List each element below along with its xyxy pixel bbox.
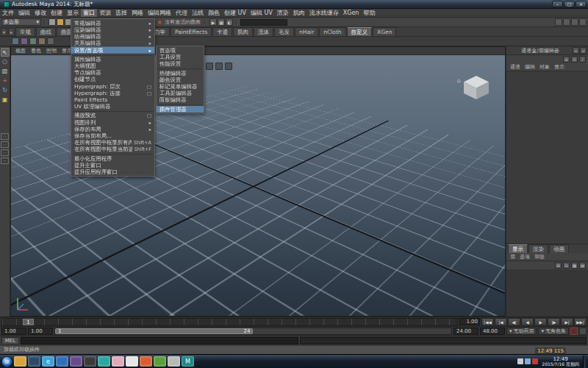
layer-editor-menu-item[interactable]: 帮助 [533, 253, 546, 261]
sidebar-toggle-icon[interactable] [563, 18, 570, 26]
menu-item[interactable]: Paint Effects [71, 96, 154, 103]
tray-icon[interactable] [525, 358, 531, 364]
menubar-item[interactable]: 显示 [65, 9, 81, 17]
command-language-toggle[interactable]: MEL [1, 337, 19, 344]
menu-set-dropdown[interactable]: 多边形 ▾ [1, 18, 41, 26]
channel-box-menu-item[interactable]: 对象 [538, 63, 551, 71]
tool-icon[interactable]: ↻ [1, 86, 10, 95]
channel-box-tool-icon[interactable]: / [579, 56, 586, 63]
menubar-item[interactable]: 窗口 [81, 9, 97, 17]
start-button[interactable]: ⊞ [1, 356, 12, 367]
render-icon[interactable]: ▦ [218, 18, 225, 26]
command-input[interactable] [21, 337, 298, 344]
anim-layer-dropdown[interactable]: ▾ 无动画层 [506, 328, 537, 335]
taskbar-app-icon[interactable] [112, 356, 124, 367]
layer-editor-menu-item[interactable]: 层 [509, 253, 517, 261]
tool-icon[interactable]: ▣ [1, 96, 10, 105]
taskbar-app-icon[interactable] [154, 356, 166, 367]
shelf-tab[interactable]: 自定义 [347, 27, 373, 36]
layer-editor-menu-item[interactable]: 选项 [518, 253, 531, 261]
layer-editor-icon[interactable]: ▦ [571, 262, 578, 269]
playback-button[interactable]: |▶ [548, 318, 560, 326]
menu-item[interactable]: 常规编辑器 ▸ [71, 20, 154, 26]
panel-menu-item[interactable]: 着色 [29, 47, 43, 54]
shelf-menu-icon[interactable]: ▾ [1, 28, 7, 36]
submenu-item[interactable]: 工具架编辑器 [157, 90, 204, 96]
menu-item[interactable]: UV 纹理编辑器 [71, 103, 154, 110]
viewport-toolbar-icon[interactable] [215, 63, 223, 70]
file-action-icon[interactable] [49, 18, 56, 26]
layer-list-empty[interactable] [506, 269, 588, 316]
shelf-item-icon[interactable] [29, 38, 37, 45]
layer-editor-icon[interactable]: ⊞ [555, 262, 562, 269]
layer-editor-icon[interactable]: ▤ [579, 262, 586, 269]
render-icon[interactable]: ◐ [226, 18, 233, 26]
submenu-item[interactable]: 热键编辑器 [157, 70, 204, 77]
layer-editor-tab[interactable]: 显示 [508, 244, 528, 253]
menu-item[interactable]: 提升主窗口 [71, 162, 154, 169]
menubar-item[interactable]: 肌肉 [291, 9, 307, 17]
viewport-toolbar-icon[interactable] [225, 63, 232, 70]
character-set-dropdown[interactable]: ▾ 无角色集 [538, 328, 569, 335]
menu-item[interactable]: 在所有视图中框显当前选择 Shift+F [71, 146, 154, 152]
taskbar-app-icon[interactable] [84, 356, 96, 367]
tray-icon[interactable] [532, 358, 538, 364]
taskbar-clock[interactable]: 12:49 2015/7/16 星期四 [539, 356, 581, 367]
live-surface-icon[interactable]: ◉ [157, 18, 162, 26]
channel-box-tool-icon[interactable]: ≡ [563, 56, 570, 63]
layout-button[interactable] [1, 149, 9, 156]
playback-button[interactable]: ▶ [534, 318, 547, 326]
tool-icon[interactable]: ○ [1, 57, 10, 66]
quick-input-field[interactable] [240, 19, 287, 26]
shelf-tab[interactable]: 卡通 [212, 27, 232, 36]
shelf-tab[interactable]: nHair [295, 27, 318, 36]
current-time-field[interactable]: 1.00 [459, 318, 480, 325]
playback-button[interactable]: ▶▶| [574, 318, 587, 326]
shelf-item-icon[interactable] [47, 38, 54, 45]
taskbar-app-icon[interactable] [70, 356, 82, 367]
playback-button[interactable]: ▶| [561, 318, 573, 326]
sidebar-toggle-icon[interactable] [579, 18, 587, 26]
shelf-tab[interactable]: 常规 [15, 27, 35, 36]
shelf-tab[interactable]: 毛发 [274, 27, 294, 36]
menubar-item[interactable]: 创建 UV [222, 9, 248, 17]
layer-editor-tab[interactable]: 渲染 [528, 244, 548, 253]
viewport-toolbar-icon[interactable] [206, 63, 213, 70]
menu-item[interactable]: 属性编辑器 [71, 56, 154, 63]
taskbar-app-icon[interactable]: e [42, 356, 54, 367]
shelf-tab[interactable]: nCloth [319, 27, 345, 36]
menubar-item[interactable]: 网格 [129, 9, 146, 17]
channel-box-tool-icon[interactable]: ⊙ [571, 56, 578, 63]
panel-header-icon[interactable]: ▫ [573, 47, 579, 54]
menu-item[interactable]: 设置/首选项 ▸ [71, 47, 154, 54]
submenu-item[interactable]: 首选项 [157, 47, 204, 54]
animation-start-field[interactable]: 1.00 [1, 328, 26, 335]
window-control-button[interactable]: × [576, 1, 587, 7]
channel-box-menu-item[interactable]: 通道 [509, 63, 522, 71]
menubar-item[interactable]: 编辑网格 [146, 9, 173, 17]
tool-icon[interactable]: ▧ [1, 67, 10, 76]
sidebar-toggle-icon[interactable] [571, 18, 578, 26]
menu-item[interactable]: 在所有视图中框显所有内容 Shift+A [71, 139, 154, 146]
submenu-item[interactable]: 标记菜单编辑器 [157, 83, 204, 90]
taskbar-app-icon[interactable]: M [182, 356, 194, 367]
taskbar-app-icon[interactable] [56, 356, 68, 367]
animation-end-field[interactable]: 48.00 [480, 328, 505, 335]
playback-button[interactable]: |◀◀ [481, 318, 494, 326]
menubar-item[interactable]: 颜色 [206, 9, 222, 17]
channel-box-menu-item[interactable]: 显示 [553, 63, 566, 71]
viewcube-home-icon[interactable]: ⌂ [457, 77, 461, 84]
tray-icon[interactable] [517, 358, 523, 364]
menu-item[interactable]: 提升应用程序窗口 [71, 169, 154, 175]
playback-end-field[interactable]: 24.00 [453, 328, 478, 335]
playback-button[interactable]: ◀| [508, 318, 520, 326]
submenu-item[interactable]: 面板编辑器 [157, 96, 204, 103]
menu-item[interactable]: Hypergraph: 层次 □ [71, 83, 154, 90]
current-frame-marker[interactable]: 1 [23, 319, 34, 325]
view-cube[interactable] [464, 76, 489, 99]
menubar-item[interactable]: 文件 [0, 9, 16, 17]
channel-list-empty[interactable] [506, 71, 588, 244]
playback-range-bar[interactable]: 1 24 [55, 328, 253, 334]
taskbar-app-icon[interactable] [126, 356, 138, 367]
layout-button[interactable] [1, 141, 9, 148]
